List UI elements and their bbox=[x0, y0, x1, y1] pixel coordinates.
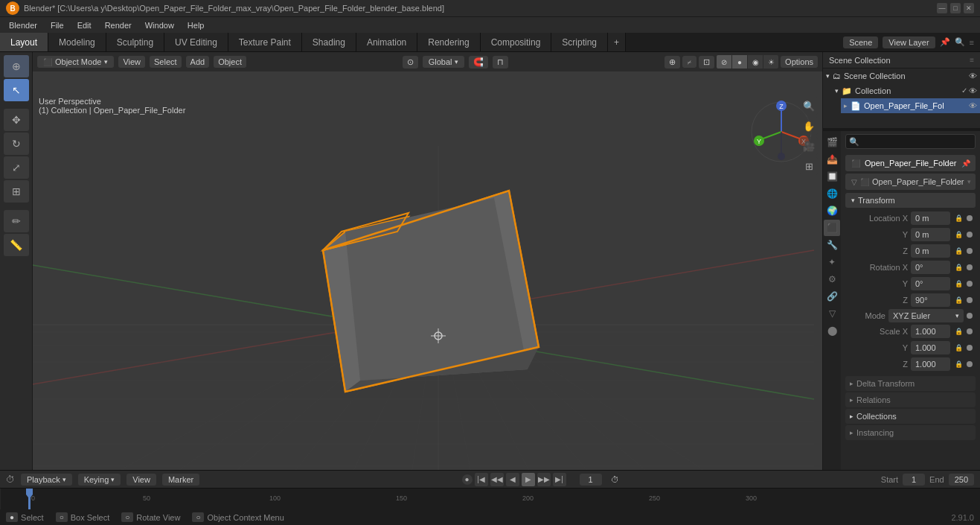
rotation-mode-select[interactable]: XYZ Euler ▾ bbox=[888, 309, 964, 322]
viewport-3d[interactable]: ⬛ Object Mode ▾ View Select Add Object ⊙… bbox=[33, 52, 822, 470]
add-menu-button[interactable]: Add bbox=[186, 56, 210, 68]
scale-z-dot[interactable] bbox=[967, 361, 973, 367]
modifier-props-icon[interactable]: 🔧 bbox=[824, 237, 840, 253]
scale-x-dot[interactable] bbox=[967, 328, 973, 334]
instancing-header[interactable]: ▸ Instancing bbox=[845, 425, 976, 440]
tab-shading[interactable]: Shading bbox=[302, 33, 356, 51]
annotate-tool-button[interactable]: ✏ bbox=[4, 210, 29, 232]
camera-button[interactable]: 🎥 bbox=[800, 137, 818, 155]
menu-blender[interactable]: Blender bbox=[3, 19, 43, 31]
rotation-y-dot[interactable] bbox=[967, 281, 973, 287]
pivot-button[interactable]: ⊙ bbox=[403, 56, 418, 69]
properties-search-input[interactable] bbox=[845, 134, 976, 149]
tab-sculpting[interactable]: Sculpting bbox=[106, 33, 164, 51]
scale-y-lock[interactable]: 🔒 bbox=[953, 343, 964, 353]
timeline-icon[interactable]: ⏱ bbox=[6, 474, 15, 485]
title-bar-controls[interactable]: — □ ✕ bbox=[937, 3, 974, 13]
proportional-button[interactable]: ⊓ bbox=[493, 56, 508, 69]
material-props-icon[interactable]: ⬤ bbox=[824, 322, 840, 339]
step-forward-button[interactable]: ▶▶ bbox=[537, 473, 551, 486]
tab-add[interactable]: + bbox=[608, 33, 626, 51]
location-x-lock[interactable]: 🔒 bbox=[953, 213, 964, 223]
record-button[interactable]: ● bbox=[462, 474, 473, 485]
location-z-lock[interactable]: 🔒 bbox=[953, 246, 964, 256]
tab-compositing[interactable]: Compositing bbox=[481, 33, 552, 51]
move-tool-button[interactable]: ✥ bbox=[4, 109, 29, 131]
tab-scripting[interactable]: Scripting bbox=[551, 33, 608, 51]
rotation-z-lock[interactable]: 🔒 bbox=[953, 295, 964, 305]
rotation-z-dot[interactable] bbox=[967, 297, 973, 303]
location-z-dot[interactable] bbox=[967, 248, 973, 254]
zoom-to-selected-button[interactable]: 🔍 bbox=[800, 97, 818, 115]
location-y-dot[interactable] bbox=[967, 232, 973, 238]
output-props-icon[interactable]: 📤 bbox=[824, 151, 840, 168]
rotation-x-value[interactable]: 0° bbox=[911, 261, 950, 274]
constraints-props-icon[interactable]: 🔗 bbox=[824, 288, 840, 305]
minimize-button[interactable]: — bbox=[937, 3, 947, 13]
rotate-tool-button[interactable]: ↻ bbox=[4, 133, 29, 155]
scale-tool-button[interactable]: ⤢ bbox=[4, 156, 29, 179]
timeline-scrubber[interactable]: 0 50 100 150 200 250 300 bbox=[0, 488, 980, 509]
select-menu-button[interactable]: Select bbox=[150, 56, 182, 68]
play-button[interactable]: ▶ bbox=[522, 473, 535, 486]
step-back-button[interactable]: ◀◀ bbox=[490, 473, 504, 486]
rendered-shading-button[interactable]: ☀ bbox=[763, 55, 778, 69]
current-frame[interactable]: 1 bbox=[580, 474, 602, 486]
object-name-row[interactable]: ⬛ Open_Paper_File_Folder 📌 bbox=[845, 155, 976, 171]
mode-dot[interactable] bbox=[967, 313, 973, 319]
start-frame[interactable]: 1 bbox=[903, 474, 925, 486]
collection-item[interactable]: ▾ 📁 Collection ✓ 👁 bbox=[832, 83, 980, 98]
world-props-icon[interactable]: 🌍 bbox=[824, 203, 840, 219]
relations-header[interactable]: ▸ Relations bbox=[845, 392, 976, 407]
check-collection-button[interactable]: ✓ bbox=[961, 86, 967, 95]
play-back-button[interactable]: ◀ bbox=[506, 473, 519, 486]
solid-shading-button[interactable]: ● bbox=[732, 55, 747, 69]
scene-props-icon[interactable]: 🌐 bbox=[824, 185, 840, 202]
view-layer-props-icon[interactable]: 🔲 bbox=[824, 168, 840, 185]
rotation-y-lock[interactable]: 🔒 bbox=[953, 279, 964, 289]
rotation-y-value[interactable]: 0° bbox=[911, 277, 950, 290]
skip-last-button[interactable]: ▶| bbox=[553, 473, 566, 486]
measure-tool-button[interactable]: 📏 bbox=[4, 234, 29, 256]
hide-scene-collection-button[interactable]: 👁 bbox=[969, 71, 977, 80]
hand-tool-button[interactable]: ✋ bbox=[800, 117, 818, 135]
scale-y-value[interactable]: 1.000 bbox=[911, 341, 950, 354]
wireframe-shading-button[interactable]: ⊘ bbox=[717, 55, 731, 69]
menu-file[interactable]: File bbox=[45, 19, 70, 31]
playback-button[interactable]: Playback ▾ bbox=[21, 474, 72, 486]
material-shading-button[interactable]: ◉ bbox=[748, 55, 763, 69]
tab-animation[interactable]: Animation bbox=[356, 33, 417, 51]
end-frame[interactable]: 250 bbox=[949, 474, 974, 486]
view-layer-selector[interactable]: View Layer bbox=[883, 36, 935, 48]
data-props-icon[interactable]: ▽ bbox=[824, 305, 840, 322]
physics-props-icon[interactable]: ⚙ bbox=[824, 271, 840, 287]
transform-space-button[interactable]: Global ▾ bbox=[423, 56, 465, 68]
filter-icon-header[interactable]: ≡ bbox=[970, 38, 974, 47]
rotation-x-dot[interactable] bbox=[967, 264, 973, 270]
tab-texture-paint[interactable]: Texture Paint bbox=[228, 33, 302, 51]
close-button[interactable]: ✕ bbox=[964, 3, 974, 13]
skip-first-button[interactable]: |◀ bbox=[475, 473, 488, 486]
view-menu-button[interactable]: View bbox=[118, 56, 145, 68]
object-menu-button[interactable]: Object bbox=[214, 56, 246, 68]
scale-y-dot[interactable] bbox=[967, 345, 973, 351]
location-z-value[interactable]: 0 m bbox=[911, 244, 950, 258]
hide-collection-button[interactable]: 👁 bbox=[969, 86, 977, 95]
keying-button[interactable]: Keying ▾ bbox=[78, 474, 121, 486]
transform-tool-button[interactable]: ⊞ bbox=[4, 180, 29, 203]
particles-props-icon[interactable]: ✦ bbox=[824, 254, 840, 270]
hide-object-button[interactable]: 👁 bbox=[969, 101, 977, 110]
collections-header[interactable]: ▸ Collections bbox=[845, 409, 976, 424]
location-y-lock[interactable]: 🔒 bbox=[953, 229, 964, 240]
maximize-button[interactable]: □ bbox=[950, 3, 961, 13]
render-props-icon[interactable]: 🎬 bbox=[824, 134, 840, 150]
scale-z-lock[interactable]: 🔒 bbox=[953, 359, 964, 369]
viewport-canvas[interactable]: User Perspective (1) Collection | Open_P… bbox=[33, 71, 822, 470]
mesh-name-row[interactable]: ▽ ⬛ Open_Paper_File_Folder ▾ bbox=[845, 174, 976, 190]
view-timeline-button[interactable]: View bbox=[126, 474, 156, 486]
marker-button[interactable]: Marker bbox=[162, 474, 199, 486]
menu-window[interactable]: Window bbox=[139, 19, 180, 31]
xray-toggle[interactable]: ⊡ bbox=[699, 56, 714, 69]
open-paper-collection-item[interactable]: ▸ 📄 Open_Paper_File_Fol 👁 bbox=[841, 98, 980, 113]
filter-collections-button[interactable]: ≡ bbox=[970, 56, 974, 64]
